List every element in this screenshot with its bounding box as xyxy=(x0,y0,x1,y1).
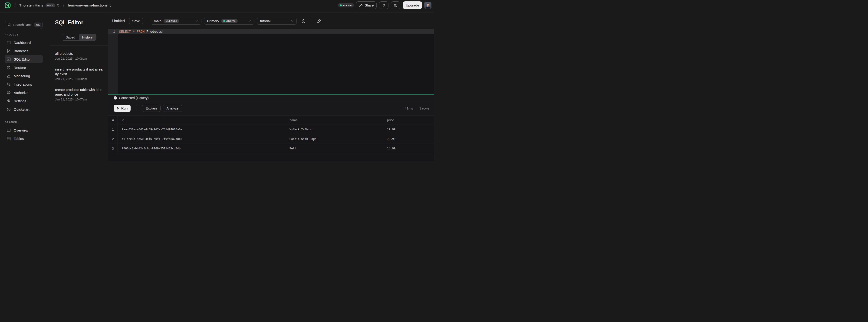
share-button[interactable]: Share xyxy=(356,1,377,9)
search-docs-input[interactable]: Search Docs ⌘K xyxy=(5,21,42,29)
cell-id: c01dce8a-3a50-4ef6-a0f1-7f9f48a238c8 xyxy=(118,137,285,141)
play-icon xyxy=(117,107,120,110)
status-label: ALL OK xyxy=(343,4,352,6)
sql-identifier: Products xyxy=(146,30,162,33)
project-selector-icon[interactable] xyxy=(109,3,112,7)
history-item[interactable]: create products table with id, name, and… xyxy=(55,87,103,101)
editor-area: Untitled Save main DEFAULT Primary ACTIV… xyxy=(108,13,434,161)
history-item[interactable]: insert new products if not already exist… xyxy=(55,67,103,81)
help-button[interactable] xyxy=(391,1,400,9)
compute-select[interactable]: Primary ACTIVE xyxy=(204,17,254,25)
tab-saved[interactable]: Saved xyxy=(62,34,79,40)
neon-logo[interactable] xyxy=(4,2,11,9)
tab-history[interactable]: History xyxy=(79,34,96,40)
search-placeholder: Search Docs xyxy=(13,23,32,27)
col-header-name[interactable]: name xyxy=(285,118,383,122)
quickstart-icon xyxy=(6,107,11,112)
check-circle-icon xyxy=(114,96,117,100)
tables-icon xyxy=(6,136,11,141)
sparkles-icon xyxy=(316,18,322,24)
branch-select[interactable]: main DEFAULT xyxy=(151,17,202,25)
users-icon xyxy=(359,3,363,7)
share-label: Share xyxy=(365,3,374,7)
sidebar-item-label: Tables xyxy=(14,137,24,141)
actions-divider xyxy=(136,106,136,111)
explain-label: Explain xyxy=(146,106,157,110)
sidebar-item-settings[interactable]: Settings xyxy=(5,97,43,105)
help-icon xyxy=(394,3,398,7)
query-timing-button[interactable] xyxy=(301,18,306,24)
cell-name: Hoodie with Logo xyxy=(285,137,383,141)
search-icon xyxy=(7,23,11,27)
connected-row: Connected (1 query) xyxy=(108,95,434,101)
cell-price: 14.99 xyxy=(383,147,434,150)
branch-default-badge: DEFAULT xyxy=(163,19,179,23)
sidebar-item-sql-editor[interactable]: SQL Editor xyxy=(5,55,43,63)
run-button[interactable]: Run xyxy=(114,105,131,112)
dashboard-icon xyxy=(6,40,11,45)
sidebar-item-overview[interactable]: Overview xyxy=(5,126,43,134)
project-name[interactable]: fermyon-wasm-functions xyxy=(68,3,107,7)
project-sidebar: Search Docs ⌘K PROJECT Dashboard xyxy=(0,13,50,161)
status-ok-dot xyxy=(340,4,342,6)
sql-code-editor[interactable]: 1 SELECT * FROM Products xyxy=(108,29,434,94)
save-button[interactable]: Save xyxy=(129,17,143,24)
org-name[interactable]: Thorsten Hans xyxy=(19,3,43,7)
cell-name: Belt xyxy=(285,147,383,150)
sidebar-item-integrations[interactable]: Integrations xyxy=(5,80,43,88)
sidebar-item-tables[interactable]: Tables xyxy=(5,134,43,143)
sql-keywords: SELECT * FROM xyxy=(119,30,146,33)
sidebar-item-monitoring[interactable]: Monitoring xyxy=(5,72,43,80)
notifications-button[interactable] xyxy=(379,1,389,9)
history-item-title: create products table with id, name, and… xyxy=(55,87,104,97)
sidebar-item-restore[interactable]: Restore xyxy=(5,63,43,72)
analyze-button[interactable]: Analyze xyxy=(163,105,182,112)
branch-section-label: BRANCH xyxy=(5,121,50,123)
row-number: 2 xyxy=(108,134,118,144)
editor-gutter xyxy=(108,34,118,94)
compute-active-badge: ACTIVE xyxy=(221,19,238,23)
project-section-label: PROJECT xyxy=(5,33,50,36)
col-header-id[interactable]: id xyxy=(118,118,285,122)
user-avatar[interactable] xyxy=(424,2,431,9)
sidebar-item-authorize[interactable]: Authorize xyxy=(5,88,43,97)
ai-assist-button[interactable] xyxy=(316,18,322,24)
editor-toolbar: Untitled Save main DEFAULT Primary ACTIV… xyxy=(108,13,434,29)
sidebar-item-branches[interactable]: Branches xyxy=(5,47,43,55)
table-row[interactable]: 3 f062dc2-bbf2-4c6c-8169-3511462cd54b Be… xyxy=(108,144,434,153)
sidebar-item-label: Overview xyxy=(14,128,28,132)
sidebar-item-label: SQL Editor xyxy=(14,57,31,61)
sql-editor-panel: SQL Editor Saved History all products Ja… xyxy=(50,13,108,161)
saved-history-tabs: Saved History xyxy=(62,34,96,41)
sidebar-item-label: Monitoring xyxy=(14,74,30,78)
col-header-price[interactable]: price xyxy=(383,118,434,122)
connected-label: Connected (1 query) xyxy=(119,96,149,100)
run-label: Run xyxy=(121,106,128,110)
cell-id: faac630e-a645-4459-9d7e-751df4016a6e xyxy=(118,128,285,131)
row-number: 1 xyxy=(108,125,118,134)
result-row-count: 3 rows xyxy=(420,106,429,110)
status-badge[interactable]: ALL OK xyxy=(338,3,354,7)
explain-button[interactable]: Explain xyxy=(142,105,160,112)
history-item[interactable]: all products Jan 21, 2025 - 10:08am xyxy=(55,51,103,61)
sidebar-item-quickstart[interactable]: Quickstart xyxy=(5,105,43,113)
upgrade-button[interactable]: Upgrade xyxy=(403,1,422,9)
restore-icon xyxy=(6,65,11,70)
sidebar-item-dashboard[interactable]: Dashboard xyxy=(5,38,43,47)
compute-select-value: Primary xyxy=(207,19,219,23)
table-row[interactable]: 1 faac630e-a645-4459-9d7e-751df4016a6e V… xyxy=(108,124,434,134)
sidebar-item-label: Quickstart xyxy=(14,107,30,111)
query-name[interactable]: Untitled xyxy=(112,19,125,23)
panel-title: SQL Editor xyxy=(50,13,108,26)
sidebar-item-label: Restore xyxy=(14,66,26,70)
top-header: / Thorsten Hans FREE / fermyon-wasm-func… xyxy=(0,0,434,13)
query-duration: 41ms xyxy=(405,106,413,110)
database-select[interactable]: tutorial xyxy=(257,17,297,25)
upgrade-label: Upgrade xyxy=(406,3,419,7)
org-selector-icon[interactable] xyxy=(57,3,60,7)
chevron-down-icon xyxy=(291,20,294,23)
authorize-icon xyxy=(6,91,11,95)
bell-icon xyxy=(382,3,386,7)
table-row[interactable]: 2 c01dce8a-3a50-4ef6-a0f1-7f9f48a238c8 H… xyxy=(108,134,434,144)
line-number: 1 xyxy=(108,30,118,33)
